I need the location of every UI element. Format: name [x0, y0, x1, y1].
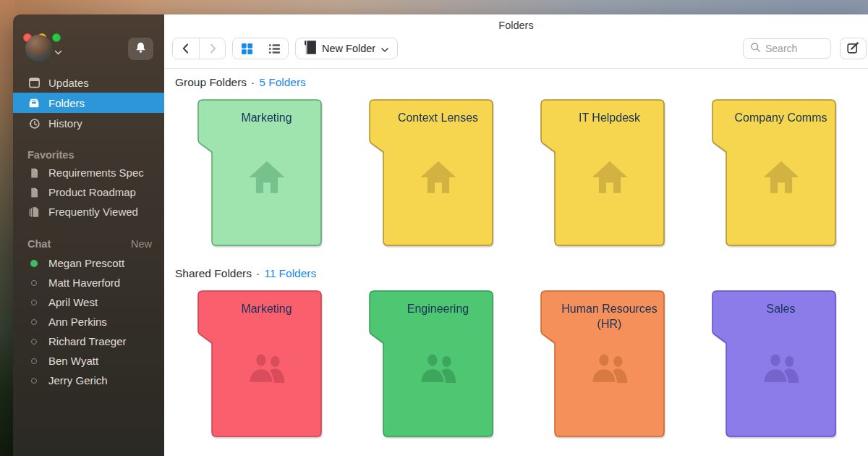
shared-folders-header: Shared Folders · 11 Folders — [175, 267, 316, 280]
sidebar-item-updates[interactable]: Updates — [13, 72, 164, 93]
bell-icon — [135, 41, 147, 56]
notifications-button[interactable] — [128, 38, 153, 60]
contact-name: April West — [48, 296, 98, 308]
status-offline-icon — [31, 319, 37, 325]
favorite-item-product-roadmap[interactable]: Product Roadmap — [13, 182, 164, 202]
status-offline-icon — [31, 300, 37, 305]
chat-contact-jerry-gerich[interactable]: Jerry Gerich — [13, 371, 164, 390]
chat-header: Chat — [27, 238, 51, 250]
grid-view-button[interactable] — [233, 38, 260, 59]
folder-card-marketing[interactable]: Marketing — [197, 99, 322, 246]
updates-icon — [27, 77, 41, 89]
desktop-wallpaper-edge — [0, 0, 14, 456]
new-chat-button[interactable]: New — [131, 238, 152, 250]
sidebar-item-folders[interactable]: Folders — [13, 93, 164, 113]
window-title: Folders — [164, 20, 868, 31]
chat-contact-april-west[interactable]: April West — [13, 292, 164, 312]
folder-title: Sales — [726, 301, 835, 316]
people-icon — [383, 351, 493, 384]
search-input[interactable] — [765, 43, 824, 54]
people-icon — [555, 351, 664, 384]
shared-folders-row: MarketingEngineeringHuman Resources (HR)… — [197, 290, 836, 437]
folder-card-company-comms[interactable]: Company Comms — [712, 99, 836, 246]
forward-button[interactable] — [199, 38, 225, 59]
favorite-item-label: Product Roadmap — [48, 186, 136, 198]
home-icon — [762, 160, 800, 194]
contact-name: Matt Haverford — [48, 276, 120, 289]
back-button[interactable] — [173, 38, 199, 59]
folder-title: Company Comms — [726, 110, 835, 125]
app-window: UpdatesFoldersHistory Favorites Requirem… — [13, 14, 868, 456]
chat-contact-megan-prescott[interactable]: Megan Prescott — [13, 253, 164, 273]
folder-icon — [305, 41, 316, 56]
list-view-button[interactable] — [260, 38, 288, 59]
user-avatar[interactable] — [25, 35, 52, 62]
folder-title: Engineering — [383, 301, 493, 316]
zoom-window-button[interactable] — [52, 33, 61, 42]
section-title: Shared Folders — [175, 267, 252, 280]
home-icon — [555, 160, 664, 194]
folder-title: Marketing — [212, 110, 321, 125]
status-offline-icon — [31, 378, 37, 384]
chevron-left-icon — [179, 42, 192, 55]
folder-card-marketing[interactable]: Marketing — [197, 290, 322, 437]
home-icon — [383, 160, 493, 194]
home-icon — [420, 160, 457, 194]
new-folder-button[interactable]: New Folder — [295, 38, 398, 59]
folder-card-engineering[interactable]: Engineering — [369, 290, 493, 437]
status-offline-icon — [31, 358, 37, 364]
favorite-item-label: Frequently Viewed — [48, 206, 138, 218]
folder-card-context-lenses[interactable]: Context Lenses — [369, 99, 493, 246]
new-folder-label: New Folder — [322, 43, 375, 54]
chevron-down-icon — [381, 43, 388, 54]
folder-title: Human Resources (HR) — [555, 301, 664, 332]
history-nav-group — [172, 38, 226, 59]
sidebar-item-label: History — [48, 117, 82, 130]
home-icon — [726, 160, 835, 194]
document-icon — [27, 167, 41, 179]
compose-icon — [846, 41, 860, 56]
compose-button[interactable] — [840, 38, 867, 59]
folder-title: IT Helpdesk — [555, 110, 664, 125]
sidebar-nav: UpdatesFoldersHistory — [13, 72, 164, 133]
chat-contact-matt-haverford[interactable]: Matt Haverford — [13, 273, 164, 292]
folder-title: Context Lenses — [383, 110, 493, 125]
favorite-item-requirements-spec[interactable]: Requirements Spec — [13, 163, 164, 182]
shared-folders-count-link[interactable]: 11 Folders — [264, 267, 316, 280]
folder-card-it-helpdesk[interactable]: IT Helpdesk — [540, 99, 665, 246]
folder-card-human-resources-hr[interactable]: Human Resources (HR) — [540, 290, 665, 437]
contact-name: Megan Prescott — [48, 257, 124, 269]
people-icon — [246, 352, 287, 384]
chat-contact-ann-perkins[interactable]: Ann Perkins — [13, 312, 164, 332]
desktop-screenshot: UpdatesFoldersHistory Favorites Requirem… — [0, 0, 868, 456]
contact-name: Ann Perkins — [48, 316, 107, 328]
home-icon — [248, 160, 286, 194]
favorites-section: Favorites Requirements SpecProduct Roadm… — [13, 147, 164, 221]
people-icon — [212, 351, 321, 384]
grid-view-icon — [241, 43, 253, 55]
favorite-item-frequently-viewed[interactable]: Frequently Viewed — [13, 202, 164, 221]
people-icon — [417, 352, 459, 384]
people-icon — [760, 352, 801, 384]
chat-contact-ben-wyatt[interactable]: Ben Wyatt — [13, 351, 164, 371]
sidebar-item-history[interactable]: History — [13, 113, 164, 133]
folder-card-sales[interactable]: Sales — [712, 290, 836, 437]
chat-contact-richard-traeger[interactable]: Richard Traeger — [13, 332, 164, 351]
section-title: Group Folders — [175, 76, 247, 89]
status-offline-icon — [31, 339, 37, 345]
group-folders-count-link[interactable]: 5 Folders — [259, 76, 306, 89]
sidebar-item-label: Updates — [48, 77, 89, 89]
chevron-right-icon — [206, 42, 219, 55]
chevron-down-icon[interactable] — [54, 45, 62, 58]
people-icon — [589, 352, 630, 384]
documents-stack-icon — [27, 206, 41, 218]
header-divider — [164, 68, 868, 69]
favorites-header: Favorites — [13, 147, 164, 163]
view-toggle-group — [232, 38, 289, 59]
sidebar-item-label: Folders — [48, 97, 85, 109]
search-icon — [750, 42, 761, 56]
toolbar: New Folder — [172, 38, 867, 59]
contact-name: Richard Traeger — [48, 335, 127, 347]
folders-icon — [27, 97, 41, 109]
home-icon — [591, 160, 629, 194]
